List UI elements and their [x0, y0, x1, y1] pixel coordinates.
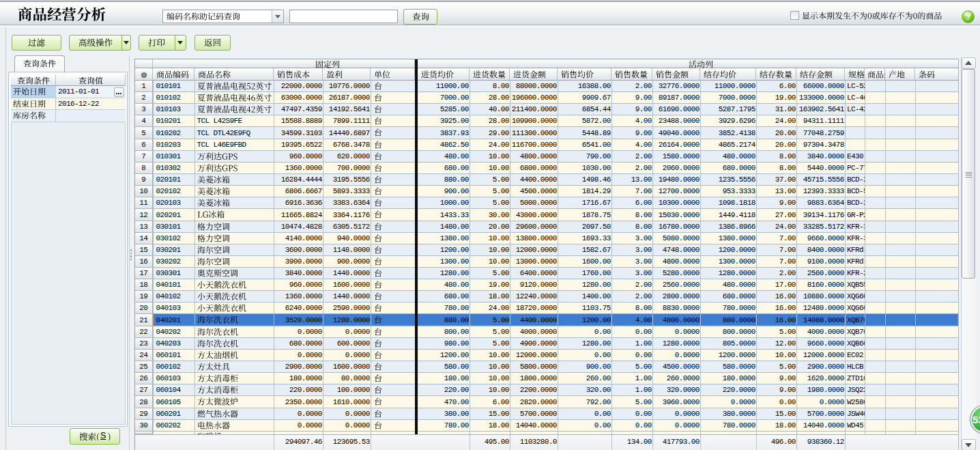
svg-text:53: 53 [972, 413, 980, 425]
svg-text:?: ? [965, 13, 970, 21]
